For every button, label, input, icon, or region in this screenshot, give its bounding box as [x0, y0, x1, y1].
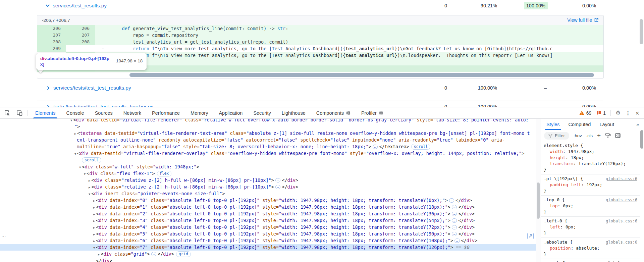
dom-tree-row[interactable]: ▸<div data-index="1" class="absolute lef…: [0, 204, 536, 210]
paint-roller-icon[interactable]: [605, 133, 611, 138]
text-segment: "3": [140, 218, 148, 223]
devtools-tab-components[interactable]: Components: [311, 107, 356, 118]
devtools-tab-elements[interactable]: Elements: [30, 107, 61, 118]
dom-badge-flex[interactable]: flex: [157, 171, 172, 176]
dom-badge-scroll[interactable]: scroll: [82, 157, 101, 163]
page-vertical-scrollbar[interactable]: [640, 19, 643, 44]
dom-badge-grid[interactable]: grid: [176, 251, 191, 257]
inline-expand-ellipsis[interactable]: …: [275, 178, 280, 182]
dom-tree-row[interactable]: ▸<div data-index="2" class="absolute lef…: [0, 210, 536, 217]
tab-layout[interactable]: Layout: [599, 119, 614, 130]
rule-selector[interactable]: element.style {: [544, 143, 583, 149]
stylesheet-source-link[interactable]: globals.css:4: [606, 260, 637, 262]
inline-expand-ellipsis[interactable]: …: [275, 185, 280, 189]
view-full-file-link[interactable]: View full file: [567, 17, 599, 23]
inline-expand-ellipsis[interactable]: …: [373, 145, 378, 149]
device-toolbar-button[interactable]: [13, 107, 25, 118]
css-property[interactable]: left: 0px;: [544, 224, 637, 230]
rule-selector[interactable]: .top-0 {: [544, 197, 565, 203]
rule-selector[interactable]: .pl-\[192px\] {: [544, 176, 583, 182]
file-link-test-results-finisher[interactable]: tasks/tests/unit/test_test_results_finis…: [46, 104, 153, 107]
css-property[interactable]: padding-left: 192px;: [544, 182, 637, 188]
new-style-rule-button[interactable]: +: [597, 133, 601, 138]
dom-tree-row[interactable]: ▸<div class="relative z-[2] h-full w-[86…: [0, 177, 536, 184]
web-page: services/test_results.py 0 90.21% 100.00…: [0, 0, 644, 107]
dom-tree-row[interactable]: ▸<textarea data-testid="virtual-file-ren…: [0, 130, 536, 137]
css-property[interactable]: position: absolute;: [544, 245, 637, 251]
dom-tree-row[interactable]: scroll: [0, 157, 536, 163]
inspect-element-button[interactable]: [1, 107, 13, 118]
devtools-tab-console[interactable]: Console: [61, 107, 89, 118]
dom-tree-row[interactable]: ▾<div inert class="pointer-events-none s…: [0, 190, 536, 197]
dom-tree-row[interactable]: ▸<div data-index="6" class="absolute lef…: [0, 237, 536, 244]
css-property[interactable]: height: 18px;: [544, 155, 637, 161]
devtools-tab-sources[interactable]: Sources: [90, 107, 118, 118]
devtools-tab-application[interactable]: Application: [213, 107, 248, 118]
stylesheet-source-link[interactable]: globals.css:6: [606, 176, 637, 182]
inline-expand-ellipsis[interactable]: …: [452, 218, 457, 223]
css-property[interactable]: width: 1947.98px;: [544, 149, 637, 155]
text-segment: "false": [330, 137, 350, 143]
dom-tree-row[interactable]: ▸<div data-index="0" class="absolute lef…: [0, 197, 536, 204]
dom-tree-row-selected[interactable]: ▾<div data-index="7" class="absolute lef…: [0, 244, 536, 251]
dom-row-overflow-dots[interactable]: ⋯: [1, 232, 6, 239]
scroll-into-view-icon[interactable]: [527, 233, 534, 239]
dom-tree-row[interactable]: ▾<div data-testid="virtual-file-renderer…: [0, 150, 536, 157]
toggle-hover-state-button[interactable]: :hov: [574, 133, 582, 138]
inline-expand-ellipsis[interactable]: …: [452, 212, 457, 216]
styles-filter-input[interactable]: Filter: [544, 132, 569, 140]
inline-expand-ellipsis[interactable]: …: [449, 198, 454, 203]
dom-tree-row[interactable]: multiline="true" aria-haspopup="false" s…: [0, 143, 536, 150]
dom-badge-scroll[interactable]: scroll: [411, 144, 431, 150]
css-property[interactable]: top: 0px;: [544, 203, 637, 209]
devtools-tab-network[interactable]: Network: [118, 107, 147, 118]
css-property[interactable]: transform: translateY(126px);: [544, 161, 637, 167]
elements-scrollbar-thumb[interactable]: [537, 182, 540, 219]
dom-tree-row[interactable]: ▸<div data-index="5" class="absolute lef…: [0, 230, 536, 237]
elements-scrollbar[interactable]: [536, 119, 541, 262]
devtools-tab-lighthouse[interactable]: Lighthouse: [276, 107, 311, 118]
styles-scrollbar-thumb[interactable]: [640, 130, 643, 149]
dom-tree-row[interactable]: </div>: [0, 257, 536, 262]
more-options-kebab-icon[interactable]: ⋮: [625, 110, 631, 116]
devtools-tab-profiler[interactable]: Profiler: [356, 107, 389, 118]
dom-tree-row[interactable]: ">: [0, 123, 536, 130]
devtools-tab-memory[interactable]: Memory: [185, 107, 213, 118]
tab-computed[interactable]: Computed: [569, 119, 591, 130]
dom-tree-row[interactable]: ext-transparent outline-none" readonly a…: [0, 137, 536, 143]
dom-tree-row[interactable]: ▸<div data-index="4" class="absolute lef…: [0, 224, 536, 230]
close-devtools-icon[interactable]: ×: [635, 110, 639, 116]
inline-expand-ellipsis[interactable]: …: [454, 239, 460, 243]
rule-selector[interactable]: *, ::before,: [544, 260, 575, 262]
text-segment: "none": [379, 137, 396, 143]
inline-expand-ellipsis[interactable]: …: [452, 225, 457, 229]
file-link-test-results[interactable]: services/test_results.py: [45, 3, 107, 9]
diff-horizontal-scrollbar[interactable]: [129, 73, 594, 77]
inline-expand-ellipsis[interactable]: …: [452, 232, 457, 236]
more-tabs-chevrons[interactable]: »: [636, 122, 639, 127]
sidebar-toggle-icon[interactable]: [615, 133, 621, 138]
devtools-tab-security[interactable]: Security: [248, 107, 276, 118]
stylesheet-source-link[interactable]: globals.css:6: [606, 197, 637, 203]
file-link-test-test-results[interactable]: services/tests/test_test_results.py: [46, 85, 131, 91]
issues-badge[interactable]: 1: [596, 110, 606, 116]
inline-expand-ellipsis[interactable]: …: [151, 252, 156, 256]
tab-styles[interactable]: Styles: [546, 119, 560, 130]
warnings-badge[interactable]: 69: [579, 110, 592, 116]
inline-expand-ellipsis[interactable]: …: [452, 205, 457, 209]
dom-tree-row[interactable]: ▸<div class="relative z-[2] h-full w-[86…: [0, 184, 536, 190]
dom-tree-row[interactable]: ▸<div data-index="3" class="absolute lef…: [0, 217, 536, 224]
stylesheet-source-link[interactable]: globals.css:6: [606, 218, 637, 224]
text-segment: class=: [148, 245, 167, 250]
dom-tree-row[interactable]: ▸<div class="grid">…</div>grid: [0, 251, 536, 257]
stylesheet-source-link[interactable]: globals.css:6: [606, 239, 637, 245]
dom-tree-row[interactable]: ▾<div data-testid="virtual-file-renderer…: [0, 119, 536, 123]
devtools-tab-performance[interactable]: Performance: [147, 107, 185, 118]
text-segment: div: [464, 224, 472, 230]
settings-gear-icon[interactable]: ⚙: [615, 109, 621, 116]
dom-tree-row[interactable]: ▾<div class="w-full" style="width: 1948p…: [0, 163, 536, 170]
rule-selector[interactable]: .left-0 {: [544, 218, 567, 224]
toggle-classes-button[interactable]: .cls: [586, 133, 593, 138]
rule-selector[interactable]: .absolute {: [544, 239, 573, 245]
dom-tree-row[interactable]: ▾<div class="flex flex-1">flex: [0, 170, 536, 177]
